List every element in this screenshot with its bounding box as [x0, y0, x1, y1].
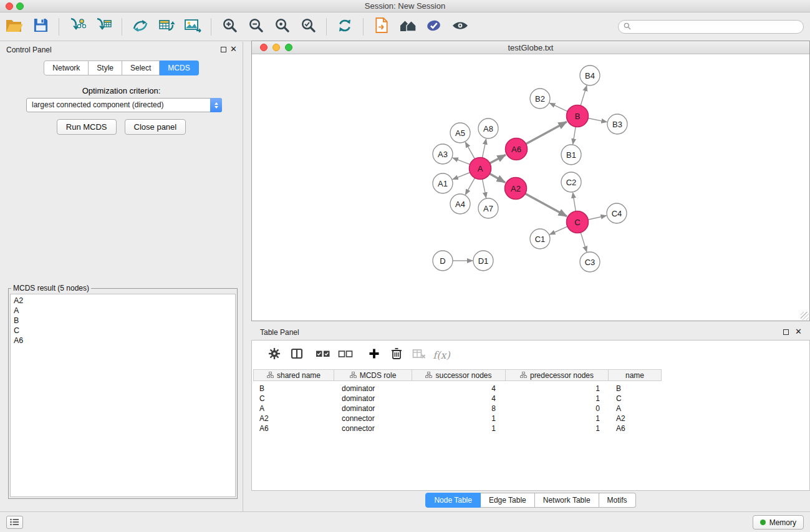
export-image-button[interactable]: [180, 15, 206, 39]
save-session-button[interactable]: [27, 15, 54, 39]
run-mcds-button[interactable]: Run MCDS: [57, 119, 117, 135]
graph-node-A[interactable]: A: [470, 158, 491, 180]
graph-node-D[interactable]: D: [433, 251, 453, 271]
graph-edge-A-A3[interactable]: [453, 158, 470, 165]
close-panel-icon[interactable]: ✕: [230, 44, 237, 54]
table-cell[interactable]: A6: [609, 423, 662, 433]
delete-row-button[interactable]: [385, 344, 408, 365]
tab-network-table[interactable]: Network Table: [535, 493, 599, 508]
mcds-result-item[interactable]: A6: [14, 336, 235, 346]
table-cell[interactable]: 1: [506, 414, 609, 423]
graph-node-B[interactable]: B: [567, 105, 589, 127]
minimize-network-button[interactable]: [272, 44, 280, 51]
tab-motifs[interactable]: Motifs: [599, 493, 636, 508]
tab-style[interactable]: Style: [89, 60, 122, 75]
table-cell[interactable]: 0: [506, 404, 609, 414]
mcds-result-item[interactable]: B: [14, 316, 235, 326]
import-table-button[interactable]: [90, 15, 117, 39]
graph-node-A1[interactable]: A1: [433, 173, 453, 193]
graph-node-A6[interactable]: A6: [506, 138, 528, 160]
table-cell[interactable]: C: [609, 394, 662, 404]
show-hide-button[interactable]: [447, 15, 473, 39]
table-cell[interactable]: 4: [412, 384, 506, 394]
tab-edge-table[interactable]: Edge Table: [481, 493, 535, 508]
graph-node-B3[interactable]: B3: [607, 114, 627, 134]
export-file-button[interactable]: [369, 15, 395, 39]
graph-edge-C-C1[interactable]: [550, 226, 568, 235]
graph-node-A7[interactable]: A7: [478, 198, 498, 218]
column-header-shared-name[interactable]: shared name: [253, 369, 334, 381]
refresh-view-button[interactable]: [332, 15, 358, 39]
search-field[interactable]: [618, 20, 804, 34]
select-all-button[interactable]: [312, 344, 334, 365]
graph-edge-A-A8[interactable]: [483, 139, 486, 158]
table-cell[interactable]: 8: [412, 404, 506, 414]
graph-edge-A-A5[interactable]: [465, 142, 475, 159]
mcds-result-item[interactable]: A: [14, 306, 235, 316]
table-row[interactable]: Bdominator41B: [253, 384, 809, 394]
float-panel-icon[interactable]: [221, 47, 226, 52]
mcds-result-item[interactable]: A2: [14, 296, 235, 306]
table-cell[interactable]: 1: [412, 414, 506, 423]
graph-edge-A2-C[interactable]: [525, 193, 567, 216]
task-history-button[interactable]: [6, 516, 23, 529]
memory-button[interactable]: Memory: [753, 515, 804, 530]
table-settings-button[interactable]: [263, 344, 286, 365]
close-panel-button[interactable]: Close panel: [125, 119, 186, 135]
table-cell[interactable]: dominator: [334, 394, 412, 404]
mcds-result-item[interactable]: C: [14, 326, 235, 336]
column-header-mcds-role[interactable]: MCDS role: [334, 369, 412, 381]
tab-node-table[interactable]: Node Table: [425, 493, 481, 508]
tab-mcds[interactable]: MCDS: [160, 60, 198, 75]
graph-edge-A6-B[interactable]: [526, 122, 566, 143]
tab-select[interactable]: Select: [122, 60, 160, 75]
graph-node-A5[interactable]: A5: [450, 123, 470, 143]
graph-node-A2[interactable]: A2: [505, 178, 527, 200]
graph-edge-C-C3[interactable]: [581, 233, 587, 252]
table-row[interactable]: A6connector11A6: [253, 423, 809, 433]
zoom-window-button[interactable]: [16, 2, 24, 10]
graph-node-C4[interactable]: C4: [607, 203, 627, 223]
graph-edge-B-B3[interactable]: [588, 118, 607, 122]
unselect-all-button[interactable]: [334, 344, 357, 365]
zoom-selected-button[interactable]: [295, 15, 321, 39]
graph-node-C3[interactable]: C3: [580, 252, 600, 272]
optimization-criterion-select[interactable]: largest connected component (directed): [26, 98, 222, 112]
graph-edge-A-A1[interactable]: [453, 173, 470, 180]
network-canvas[interactable]: AA1A2A3A4A5A6A7A8BB1B2B3B4CC1C2C3C4DD1: [252, 55, 809, 321]
table-cell[interactable]: dominator: [334, 384, 412, 394]
table-cell[interactable]: A: [253, 404, 334, 414]
close-window-button[interactable]: [6, 2, 13, 10]
column-header-name[interactable]: name: [609, 369, 662, 381]
column-header-predecessor-nodes[interactable]: predecessor nodes: [506, 369, 609, 381]
table-cell[interactable]: 1: [506, 423, 609, 433]
mcds-result-list[interactable]: A2ABCA6: [10, 294, 236, 497]
graph-node-C1[interactable]: C1: [530, 229, 550, 249]
network-window-titlebar[interactable]: testGlobe.txt: [252, 41, 809, 54]
table-row[interactable]: Cdominator41C: [253, 394, 809, 404]
search-input[interactable]: [634, 22, 798, 31]
zoom-fit-button[interactable]: [269, 15, 295, 39]
table-cell[interactable]: 4: [412, 394, 506, 404]
zoom-in-button[interactable]: [216, 15, 243, 39]
graph-edge-C-C2[interactable]: [573, 193, 576, 211]
close-table-panel-icon[interactable]: ✕: [795, 327, 802, 336]
table-cell[interactable]: A2: [253, 414, 334, 423]
table-cell[interactable]: connector: [334, 414, 412, 423]
show-columns-button[interactable]: [286, 344, 308, 365]
graph-edge-A-A4[interactable]: [465, 178, 475, 195]
graph-node-B4[interactable]: B4: [580, 65, 600, 85]
graph-node-C[interactable]: C: [567, 211, 589, 233]
zoom-out-button[interactable]: [243, 15, 269, 39]
graphics-details-button[interactable]: [421, 15, 447, 39]
table-row[interactable]: Adominator80A: [253, 404, 809, 414]
graph-edge-A-A2[interactable]: [489, 174, 505, 183]
table-cell[interactable]: B: [253, 384, 334, 394]
add-row-button[interactable]: [363, 344, 385, 365]
graph-edge-B-B4[interactable]: [581, 85, 587, 105]
graph-edge-A-A6[interactable]: [489, 155, 505, 163]
table-cell[interactable]: B: [609, 384, 662, 394]
table-cell[interactable]: connector: [334, 423, 412, 433]
home-button[interactable]: [395, 15, 421, 39]
graph-node-D1[interactable]: D1: [473, 251, 493, 271]
